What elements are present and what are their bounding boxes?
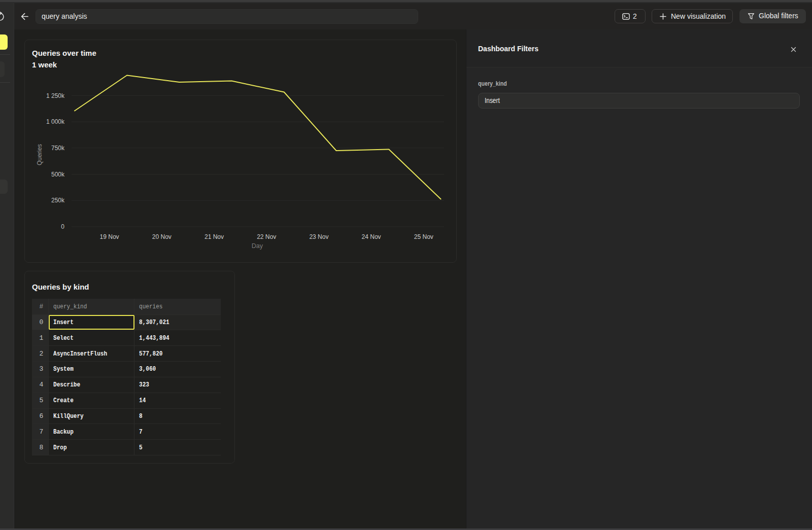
- svg-text:25 Nov: 25 Nov: [414, 233, 433, 240]
- svg-text:250k: 250k: [51, 197, 65, 204]
- svg-text:Queries: Queries: [36, 144, 43, 165]
- svg-text:23 Nov: 23 Nov: [309, 233, 328, 240]
- svg-text:22 Nov: 22 Nov: [257, 233, 276, 240]
- svg-text:19 Nov: 19 Nov: [100, 233, 119, 240]
- svg-text:1 000k: 1 000k: [46, 118, 65, 125]
- svg-text:Day: Day: [252, 242, 263, 250]
- svg-text:0: 0: [61, 223, 64, 230]
- svg-text:500k: 500k: [51, 171, 65, 178]
- svg-text:24 Nov: 24 Nov: [362, 233, 381, 240]
- svg-text:1 250k: 1 250k: [46, 92, 65, 99]
- svg-text:20 Nov: 20 Nov: [152, 233, 172, 240]
- svg-text:21 Nov: 21 Nov: [205, 233, 224, 240]
- svg-text:750k: 750k: [51, 145, 65, 152]
